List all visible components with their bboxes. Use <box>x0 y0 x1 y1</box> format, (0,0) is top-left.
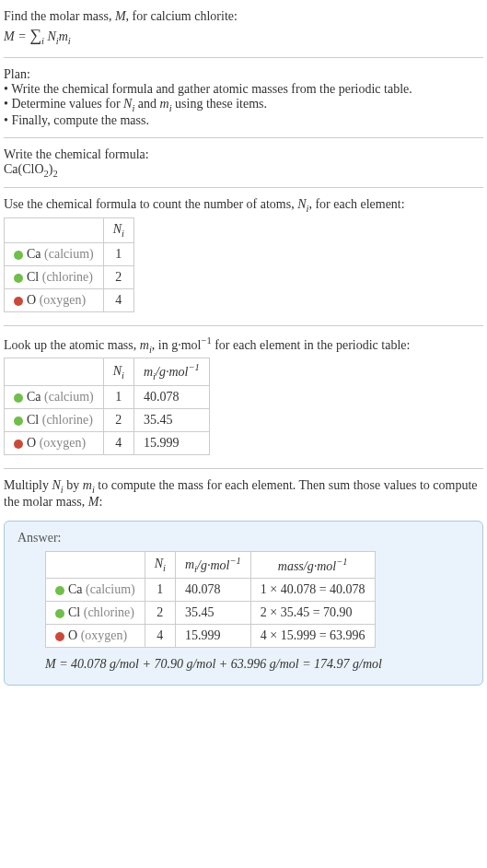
n-cell: 4 <box>103 431 133 454</box>
element-cell: O (oxygen) <box>46 625 145 648</box>
atomic-title: Look up the atomic mass, mi, in g·mol−1 … <box>4 335 483 354</box>
n-cell: 2 <box>103 408 133 431</box>
header-mass: mass/g·mol−1 <box>250 551 375 578</box>
divider <box>4 468 483 469</box>
element-cell: Cl (chlorine) <box>5 408 104 431</box>
mass-cell: 1 × 40.078 = 40.078 <box>250 579 375 602</box>
table-row: O (oxygen) 4 15.999 <box>5 431 210 454</box>
table-header-row: Ni mi/g·mol−1 mass/g·mol−1 <box>46 551 376 578</box>
mass-cell: 2 × 35.45 = 70.90 <box>250 602 375 625</box>
chemformula-value: Ca(ClO2)2 <box>4 162 483 179</box>
n-cell: 1 <box>145 579 175 602</box>
answer-table: Ni mi/g·mol−1 mass/g·mol−1 Ca (calcium) … <box>45 551 376 648</box>
element-symbol: Ca <box>68 582 83 596</box>
table-row: Ca (calcium) 1 40.078 <box>5 385 210 408</box>
table-header-row: Ni <box>5 218 134 243</box>
element-symbol: Ca <box>27 390 41 404</box>
m-cell: 40.078 <box>133 385 209 408</box>
table-row: Cl (chlorine) 2 <box>5 265 134 288</box>
element-symbol: Cl <box>27 413 39 427</box>
table-row: Cl (chlorine) 2 35.45 2 × 35.45 = 70.90 <box>46 602 376 625</box>
header-blank <box>5 358 104 385</box>
element-symbol: O <box>27 436 36 450</box>
element-dot-icon <box>14 297 23 306</box>
element-dot-icon <box>55 586 64 595</box>
element-symbol: Ca <box>27 247 41 261</box>
element-dot-icon <box>14 251 23 260</box>
count-table: Ni Ca (calcium) 1 Cl (chlorine) 2 O (oxy… <box>4 217 134 312</box>
element-name: (calcium) <box>44 247 94 261</box>
element-symbol: Cl <box>27 270 39 284</box>
element-name: (chlorine) <box>84 605 134 619</box>
element-dot-icon <box>14 274 23 283</box>
plan-bullet-3: • Finally, compute the mass. <box>4 113 483 128</box>
divider <box>4 137 483 138</box>
intro-section: Find the molar mass, M, for calcium chlo… <box>4 4 483 53</box>
element-symbol: Cl <box>68 605 80 619</box>
element-name: (calcium) <box>44 390 94 404</box>
element-dot-icon <box>55 632 64 641</box>
element-cell: Ca (calcium) <box>5 385 104 408</box>
element-name: (chlorine) <box>42 413 93 427</box>
final-equation: M = 40.078 g/mol + 70.90 g/mol + 63.996 … <box>45 657 470 672</box>
multiply-title: Multiply Ni by mi to compute the mass fo… <box>4 478 483 510</box>
intro-text: Find the molar mass, M, for calcium chlo… <box>4 9 483 24</box>
header-m: mi/g·mol−1 <box>133 358 209 385</box>
header-blank <box>5 218 104 243</box>
element-cell: O (oxygen) <box>5 431 104 454</box>
m-cell: 40.078 <box>175 579 250 602</box>
header-n: Ni <box>103 218 133 243</box>
plan-bullet-2: • Determine values for Ni and mi using t… <box>4 97 483 113</box>
element-cell: Ca (calcium) <box>46 579 145 602</box>
element-dot-icon <box>55 609 64 618</box>
n-cell: 2 <box>103 265 133 288</box>
header-n: Ni <box>103 358 133 385</box>
count-section: Use the chemical formula to count the nu… <box>4 192 483 322</box>
n-cell: 4 <box>103 288 133 311</box>
table-row: O (oxygen) 4 <box>5 288 134 311</box>
answer-box: Answer: Ni mi/g·mol−1 mass/g·mol−1 Ca (c… <box>4 521 483 686</box>
element-dot-icon <box>14 393 23 403</box>
n-cell: 1 <box>103 385 133 408</box>
element-name: (oxygen) <box>40 436 87 450</box>
m-cell: 15.999 <box>133 431 209 454</box>
element-name: (oxygen) <box>81 628 128 642</box>
n-cell: 2 <box>145 602 175 625</box>
header-blank <box>46 551 145 578</box>
answer-title: Answer: <box>17 531 470 545</box>
header-m: mi/g·mol−1 <box>175 551 250 578</box>
atomic-section: Look up the atomic mass, mi, in g·mol−1 … <box>4 330 483 464</box>
divider <box>4 57 483 58</box>
table-row: Ca (calcium) 1 <box>5 242 134 265</box>
plan-title: Plan: <box>4 67 483 82</box>
element-symbol: O <box>68 628 77 642</box>
element-cell: Ca (calcium) <box>5 242 104 265</box>
chemformula-section: Write the chemical formula: Ca(ClO2)2 <box>4 142 483 184</box>
n-cell: 4 <box>145 625 175 648</box>
m-cell: 35.45 <box>133 408 209 431</box>
n-cell: 1 <box>103 242 133 265</box>
divider <box>4 187 483 188</box>
element-dot-icon <box>14 416 23 426</box>
mass-cell: 4 × 15.999 = 63.996 <box>250 625 375 648</box>
element-name: (chlorine) <box>42 270 93 284</box>
element-cell: O (oxygen) <box>5 288 104 311</box>
count-title: Use the chemical formula to count the nu… <box>4 197 483 214</box>
header-n: Ni <box>145 551 175 578</box>
element-cell: Cl (chlorine) <box>5 265 104 288</box>
table-row: Cl (chlorine) 2 35.45 <box>5 408 210 431</box>
chemformula-title: Write the chemical formula: <box>4 147 483 162</box>
table-header-row: Ni mi/g·mol−1 <box>5 358 210 385</box>
plan-section: Plan: • Write the chemical formula and g… <box>4 62 483 134</box>
table-row: O (oxygen) 4 15.999 4 × 15.999 = 63.996 <box>46 625 376 648</box>
element-cell: Cl (chlorine) <box>46 602 145 625</box>
table-row: Ca (calcium) 1 40.078 1 × 40.078 = 40.07… <box>46 579 376 602</box>
element-name: (oxygen) <box>40 293 87 307</box>
intro-formula: M = ∑i Nimi <box>4 26 483 46</box>
plan-bullet-1: • Write the chemical formula and gather … <box>4 82 483 97</box>
m-cell: 35.45 <box>175 602 250 625</box>
element-symbol: O <box>27 293 36 307</box>
element-name: (calcium) <box>86 582 135 596</box>
multiply-section: Multiply Ni by mi to compute the mass fo… <box>4 473 483 515</box>
atomic-table: Ni mi/g·mol−1 Ca (calcium) 1 40.078 Cl (… <box>4 358 210 454</box>
